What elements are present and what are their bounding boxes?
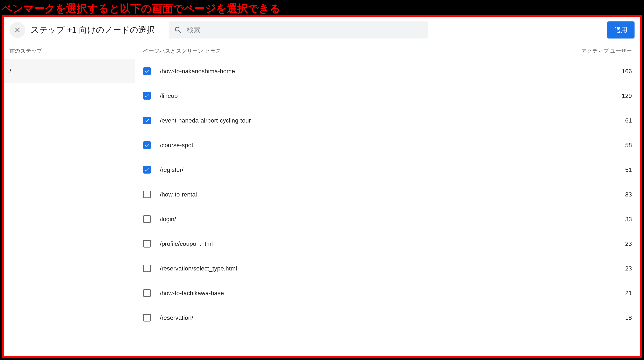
row-checkbox[interactable] — [143, 191, 151, 198]
row-checkbox[interactable] — [143, 240, 151, 248]
row-checkbox[interactable] — [143, 141, 151, 149]
page-row: /reservation/select_type.html23 — [135, 256, 640, 281]
row-users: 61 — [575, 117, 632, 124]
search-input[interactable] — [182, 26, 423, 34]
apply-button[interactable]: 適用 — [607, 22, 634, 39]
row-users: 33 — [575, 216, 632, 223]
rows-scroll[interactable]: /how-to-nakanoshima-home166/lineup129/ev… — [135, 59, 640, 356]
close-button[interactable] — [10, 22, 26, 38]
row-checkbox[interactable] — [143, 117, 151, 124]
dialog-header: ステップ +1 向けのノードの選択 適用 — [4, 17, 640, 43]
close-icon — [14, 26, 21, 34]
row-checkbox[interactable] — [143, 265, 151, 272]
row-checkbox[interactable] — [143, 67, 151, 75]
row-users: 129 — [575, 92, 632, 99]
row-path: /how-to-rental — [151, 191, 575, 198]
row-path: /register/ — [151, 166, 575, 173]
page-row: /how-to-nakanoshima-home166 — [135, 59, 640, 83]
node-list-panel: ページパスとスクリーン クラス アクティブ ユーザー /how-to-nakan… — [135, 43, 640, 356]
page-row: /how-to-rental33 — [135, 182, 640, 207]
row-users: 58 — [575, 142, 632, 149]
row-path: /profile/coupon.html — [151, 240, 575, 247]
row-users: 18 — [575, 314, 632, 321]
row-checkbox[interactable] — [143, 92, 151, 100]
column-users-label: アクティブ ユーザー — [575, 47, 632, 55]
row-path: /how-to-nakanoshima-home — [151, 68, 575, 75]
page-row: /reservation/18 — [135, 305, 640, 330]
annotation-text: ペンマークを選択すると以下の画面でページを選択できる — [0, 0, 644, 17]
search-box[interactable] — [168, 22, 428, 39]
row-path: /event-haneda-airport-cycling-tour — [151, 117, 575, 124]
row-path: /reservation/ — [151, 314, 575, 321]
row-users: 23 — [575, 240, 632, 247]
row-path: /lineup — [151, 92, 575, 99]
row-path: /reservation/select_type.html — [151, 265, 575, 272]
page-row: /register/51 — [135, 157, 640, 182]
page-row: /how-to-tachikawa-base21 — [135, 281, 640, 305]
row-checkbox[interactable] — [143, 166, 151, 173]
page-row: /lineup129 — [135, 83, 640, 108]
page-row: /login/33 — [135, 207, 640, 231]
previous-step-row[interactable]: / — [4, 59, 135, 83]
row-checkbox[interactable] — [143, 289, 151, 297]
row-path: /login/ — [151, 216, 575, 223]
row-users: 166 — [575, 68, 632, 75]
row-path: /course-spot — [151, 142, 575, 149]
page-row: /course-spot58 — [135, 133, 640, 157]
row-checkbox[interactable] — [143, 215, 151, 223]
row-path: /how-to-tachikawa-base — [151, 290, 575, 297]
row-users: 21 — [575, 290, 632, 297]
row-users: 51 — [575, 166, 632, 173]
previous-step-panel: 前のステップ / — [4, 43, 135, 356]
search-icon — [174, 26, 182, 34]
page-row: /profile/coupon.html23 — [135, 231, 640, 256]
previous-step-heading: 前のステップ — [4, 43, 135, 59]
page-row: /event-haneda-airport-cycling-tour61 — [135, 108, 640, 133]
column-path-label: ページパスとスクリーン クラス — [143, 47, 575, 55]
dialog-frame: ステップ +1 向けのノードの選択 適用 前のステップ / ページパスとスクリー… — [2, 15, 642, 358]
columns-header: ページパスとスクリーン クラス アクティブ ユーザー — [135, 43, 640, 59]
row-users: 33 — [575, 191, 632, 198]
row-checkbox[interactable] — [143, 314, 151, 321]
row-users: 23 — [575, 265, 632, 272]
dialog-title: ステップ +1 向けのノードの選択 — [31, 24, 155, 36]
